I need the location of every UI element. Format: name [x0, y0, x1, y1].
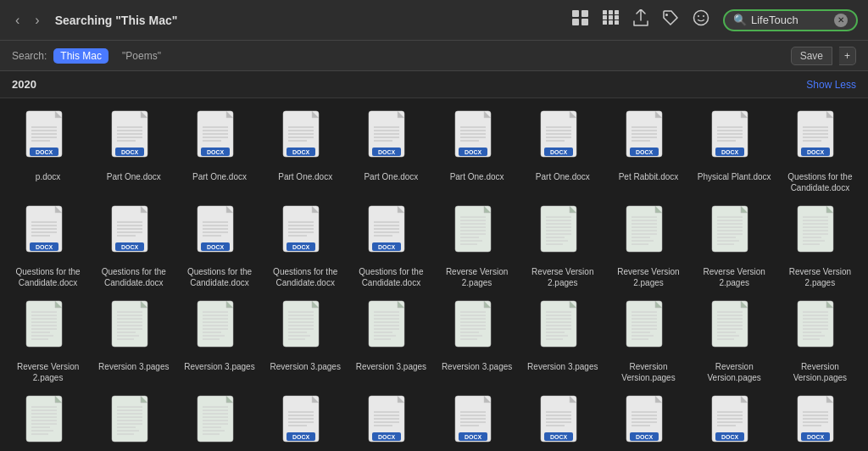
svg-text:DOCX: DOCX [721, 434, 739, 440]
pages-icon [453, 205, 501, 263]
file-item[interactable]: DOCX Part One.docx [521, 107, 604, 197]
file-name: Reverse Version 2.pages [439, 266, 515, 288]
file-grid-container[interactable]: DOCX p.docx DOCX Part One.docx DOCX [0, 98, 868, 451]
file-item[interactable]: DOCX p.docx [7, 107, 89, 197]
svg-text:DOCX: DOCX [636, 434, 654, 440]
svg-text:DOCX: DOCX [807, 434, 825, 440]
section-header: 2020 Show Less [0, 71, 868, 98]
scope-poems[interactable]: "Poems" [115, 48, 168, 64]
docx-icon: DOCX [367, 205, 415, 263]
svg-rect-11 [609, 20, 613, 25]
pages-icon [196, 300, 243, 358]
pages-icon [710, 300, 758, 358]
file-item[interactable]: Reverse Version 2.pages [521, 202, 604, 292]
grid-icon[interactable] [603, 10, 620, 30]
back-button[interactable]: ‹ [10, 11, 25, 30]
file-item[interactable]: DOCX Shame.docx [693, 392, 776, 451]
svg-text:DOCX: DOCX [292, 434, 310, 440]
emoji-icon[interactable] [693, 9, 709, 31]
file-item[interactable]: Reversion Version.pages [779, 297, 861, 387]
pages-icon [625, 300, 672, 358]
file-item[interactable]: Reversion 3.pages [178, 297, 260, 387]
file-name: Reversion Version.pages [782, 361, 858, 383]
file-item[interactable]: DOCX Questions for the Candidate.docx [264, 202, 347, 292]
docx-icon: DOCX [196, 205, 243, 263]
file-item[interactable]: Reversion Version.pages [693, 297, 776, 387]
file-item[interactable]: DOCX Shame.docx [436, 392, 518, 451]
svg-text:DOCX: DOCX [207, 149, 225, 155]
file-item[interactable]: Reversion 3.pages [92, 297, 175, 387]
file-item[interactable]: Reversion Version.pages [178, 392, 260, 451]
pages-icon [196, 395, 243, 451]
tag-icon[interactable] [662, 9, 679, 31]
file-name: Reverse Version 2.pages [10, 361, 86, 383]
docx-icon: DOCX [110, 205, 158, 263]
svg-text:DOCX: DOCX [636, 149, 654, 155]
svg-text:DOCX: DOCX [721, 149, 739, 155]
scope-this-mac[interactable]: This Mac [53, 48, 108, 64]
pages-icon [796, 205, 843, 263]
search-container[interactable]: 🔍 ✕ [723, 9, 858, 31]
file-item[interactable]: DOCX Shame.docx [264, 392, 347, 451]
file-name: Reverse Version 2.pages [696, 266, 772, 288]
pages-icon [367, 300, 415, 358]
file-item[interactable]: Reverse Version 2.pages [607, 202, 689, 292]
file-item[interactable]: DOCX Pet Rabbit.docx [607, 107, 689, 197]
file-name: Questions for the Candidate.docx [267, 266, 343, 288]
file-item[interactable]: Reversion 3.pages [436, 297, 518, 387]
file-name: Questions for the Candidate.docx [96, 266, 172, 288]
file-name: Questions for the Candidate.docx [353, 266, 429, 288]
file-item[interactable]: DOCX Part One.docx [264, 107, 347, 197]
svg-text:DOCX: DOCX [35, 149, 53, 155]
file-item[interactable]: Reversion Version.pages [607, 297, 689, 387]
file-name: Part One.docx [278, 171, 332, 182]
file-item[interactable]: DOCX Part One.docx [350, 107, 432, 197]
view-toggle-icon[interactable] [572, 10, 589, 30]
svg-point-14 [694, 11, 709, 25]
search-input[interactable] [751, 14, 827, 26]
svg-rect-7 [603, 15, 607, 19]
svg-text:DOCX: DOCX [121, 244, 139, 250]
file-item[interactable]: DOCX Questions for the Candidate.docx [7, 202, 89, 292]
docx-icon: DOCX [453, 110, 501, 168]
file-item[interactable]: Reverse Version 2.pages [436, 202, 518, 292]
file-item[interactable]: DOCX Shame.docx [607, 392, 689, 451]
show-less-button[interactable]: Show Less [806, 79, 856, 91]
file-item[interactable]: Reversion 3.pages [521, 297, 604, 387]
forward-button[interactable]: › [30, 11, 44, 30]
svg-rect-0 [572, 10, 579, 17]
add-button[interactable]: + [839, 47, 856, 65]
file-item[interactable]: DOCX Part One.docx [436, 107, 518, 197]
share-icon[interactable] [633, 9, 648, 31]
file-item[interactable]: Reversion 3.pages [264, 297, 347, 387]
file-item[interactable]: Reverse Version 2.pages [779, 202, 861, 292]
search-label: Search: [12, 50, 47, 62]
svg-text:DOCX: DOCX [464, 434, 481, 440]
file-item[interactable]: Reverse Version 2.pages [7, 297, 89, 387]
file-name: Reversion Version.pages [610, 361, 687, 383]
file-item[interactable]: DOCX Questions for the Candidate.docx [350, 202, 432, 292]
svg-text:DOCX: DOCX [807, 149, 825, 155]
file-item[interactable]: DOCX Shame.docx [350, 392, 432, 451]
file-item[interactable]: DOCX Questions for the Candidate.docx [779, 107, 861, 197]
file-item[interactable]: Reversion Version.pages [92, 392, 175, 451]
file-item[interactable]: Reversion Version.pages [7, 392, 89, 451]
section-year: 2020 [12, 78, 36, 91]
save-button[interactable]: Save [791, 47, 832, 65]
file-item[interactable]: Reversion 3.pages [350, 297, 432, 387]
search-clear-button[interactable]: ✕ [834, 14, 848, 27]
file-item[interactable]: DOCX Physical Plant.docx [693, 107, 776, 197]
file-item[interactable]: DOCX Questions for the Candidate.docx [92, 202, 175, 292]
file-name: Part One.docx [364, 171, 418, 182]
svg-rect-10 [603, 20, 607, 25]
svg-text:DOCX: DOCX [378, 149, 396, 155]
file-item[interactable]: DOCX Part One.docx [92, 107, 175, 197]
file-item[interactable]: DOCX Part One.docx [178, 107, 260, 197]
file-item[interactable]: DOCX Shame.docx [521, 392, 604, 451]
file-item[interactable]: Reverse Version 2.pages [693, 202, 776, 292]
svg-point-13 [665, 14, 668, 16]
file-item[interactable]: DOCX Questions for the Candidate.docx [178, 202, 260, 292]
file-name: p.docx [36, 171, 60, 182]
svg-rect-8 [609, 15, 613, 19]
file-item[interactable]: DOCX Some THings to Eat (1).docx [779, 392, 861, 451]
